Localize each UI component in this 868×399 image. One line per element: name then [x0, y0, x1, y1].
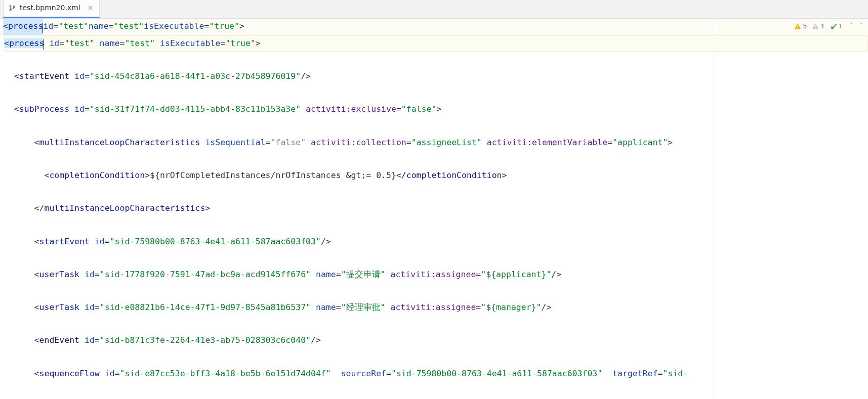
svg-point-1: [10, 9, 11, 11]
git-branch-icon: [9, 5, 16, 12]
tab-filename: test.bpmn20.xml: [20, 1, 80, 15]
code-editor[interactable]: <process id="test" name="test" isExecuta…: [0, 19, 868, 399]
code-line: <startEvent id="sid-454c81a6-a618-44f1-a…: [4, 68, 868, 85]
code-line: <endEvent id="sid-b871c3fe-2264-41e3-ab7…: [4, 332, 868, 349]
code-line: <multiInstanceLoopCharacteristics isSequ…: [4, 135, 868, 151]
code-line: </multiInstanceLoopCharacteristics>: [4, 200, 868, 217]
svg-point-0: [10, 5, 11, 7]
tab-bar: test.bpmn20.xml ×: [0, 0, 868, 19]
code-line: <sequenceFlow id="sid-e87cc53e-bff3-4a18…: [4, 366, 868, 382]
code-line: <startEvent id="sid-75980b00-8763-4e41-a…: [4, 234, 868, 250]
code-line: <completionCondition>${nrOfCompletedInst…: [4, 167, 868, 184]
code-line: <userTask id="sid-e08821b6-14ce-47f1-9d9…: [4, 299, 868, 316]
code-line: <subProcess id="sid-31f71f74-dd03-4115-a…: [4, 101, 868, 118]
code-line: <process id="test" name="test" isExecuta…: [4, 35, 868, 52]
code-line: <userTask id="sid-1778f920-7591-47ad-bc9…: [4, 267, 868, 283]
close-icon[interactable]: ×: [88, 1, 94, 15]
svg-point-2: [13, 6, 15, 7]
file-tab-active[interactable]: test.bpmn20.xml ×: [3, 0, 100, 18]
